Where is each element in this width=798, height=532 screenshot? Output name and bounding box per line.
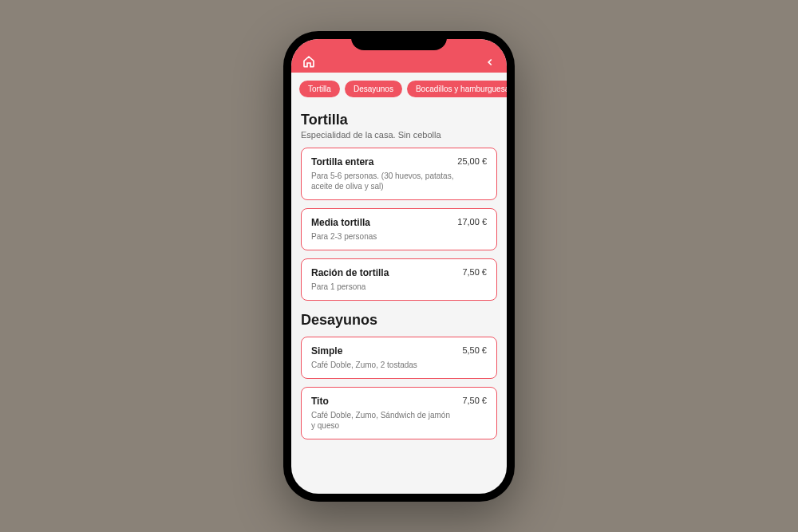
item-price: 7,50 €: [462, 396, 487, 405]
item-name: Media tortilla: [311, 217, 370, 228]
tab-tortilla[interactable]: Tortilla: [299, 81, 340, 97]
section-subtitle: Especialidad de la casa. Sin cebolla: [301, 130, 497, 140]
section-tortilla: Tortilla Especialidad de la casa. Sin ce…: [301, 112, 497, 301]
section-title: Desayunos: [301, 312, 497, 329]
menu-item[interactable]: Ración de tortilla 7,50 € Para 1 persona: [301, 258, 497, 301]
menu-content[interactable]: Tortilla Especialidad de la casa. Sin ce…: [291, 104, 507, 490]
tab-desayunos[interactable]: Desayunos: [345, 81, 402, 97]
back-icon[interactable]: [484, 57, 496, 68]
category-tabs: Tortilla Desayunos Bocadillos y hamburgu…: [291, 73, 507, 104]
phone-notch: [351, 31, 447, 50]
item-desc: Café Doble, Zumo, Sándwich de jamón y qu…: [311, 410, 455, 431]
section-title: Tortilla: [301, 112, 497, 128]
item-name: Tortilla entera: [311, 156, 373, 167]
phone-screen: Tortilla Desayunos Bocadillos y hamburgu…: [291, 39, 507, 494]
item-name: Ración de tortilla: [311, 267, 389, 278]
item-desc: Para 1 persona: [311, 282, 455, 292]
menu-item[interactable]: Tito 7,50 € Café Doble, Zumo, Sándwich d…: [301, 387, 497, 439]
menu-item[interactable]: Simple 5,50 € Café Doble, Zumo, 2 tostad…: [301, 337, 497, 379]
item-name: Tito: [311, 396, 329, 407]
home-icon[interactable]: [302, 55, 315, 68]
item-desc: Para 5-6 personas. (30 huevos, patatas, …: [311, 171, 455, 191]
item-price: 7,50 €: [462, 267, 487, 277]
item-name: Simple: [311, 345, 342, 357]
phone-frame: Tortilla Desayunos Bocadillos y hamburgu…: [283, 31, 515, 502]
item-desc: Para 2-3 personas: [311, 231, 455, 242]
menu-item[interactable]: Media tortilla 17,00 € Para 2-3 personas: [301, 208, 497, 250]
item-price: 17,00 €: [457, 217, 487, 227]
item-price: 5,50 €: [462, 345, 487, 355]
item-price: 25,00 €: [457, 156, 487, 166]
tab-bocadillos[interactable]: Bocadillos y hamburguesas: [407, 81, 507, 97]
item-desc: Café Doble, Zumo, 2 tostadas: [311, 360, 455, 370]
section-desayunos: Desayunos Simple 5,50 € Café Doble, Zumo…: [301, 312, 497, 439]
menu-item[interactable]: Tortilla entera 25,00 € Para 5-6 persona…: [301, 148, 497, 200]
